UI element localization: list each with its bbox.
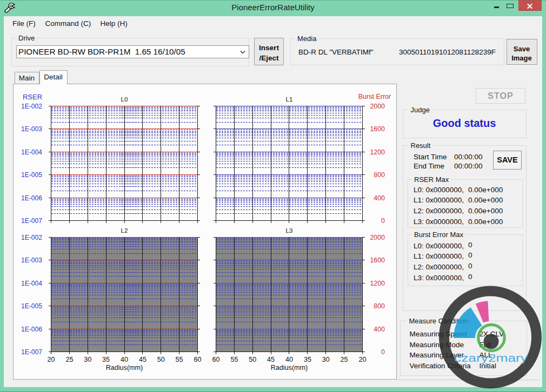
svg-text:1E-007: 1E-007 (21, 217, 42, 225)
svg-text:1E-004: 1E-004 (21, 280, 42, 287)
svg-text:55: 55 (176, 356, 183, 363)
svg-text:Radius(mm): Radius(mm) (106, 364, 143, 371)
svg-text:35: 35 (102, 356, 110, 363)
svg-text:1E-002: 1E-002 (21, 234, 42, 241)
svg-text:20: 20 (358, 356, 366, 363)
svg-text:0: 0 (381, 217, 385, 225)
svg-text:Radius(mm): Radius(mm) (271, 364, 308, 371)
svg-text:L1: L1 (286, 96, 293, 103)
svg-text:45: 45 (267, 356, 275, 363)
svg-text:L0: L0 (121, 96, 128, 103)
svg-text:35: 35 (304, 356, 311, 363)
svg-text:800: 800 (374, 302, 385, 310)
svg-text:400: 400 (374, 326, 385, 333)
svg-text:2000: 2000 (370, 234, 385, 241)
svg-text:1E-004: 1E-004 (21, 148, 42, 156)
svg-text:30: 30 (84, 356, 91, 363)
svg-text:0: 0 (381, 348, 385, 356)
svg-text:60: 60 (212, 356, 219, 363)
svg-text:400: 400 (374, 194, 385, 202)
svg-text:RSER: RSER (23, 93, 42, 101)
svg-text:1600: 1600 (370, 125, 385, 133)
svg-text:czary2mary: czary2mary (454, 352, 528, 364)
svg-text:25: 25 (341, 356, 348, 363)
svg-text:50: 50 (249, 356, 256, 363)
svg-text:L3: L3 (286, 227, 293, 234)
svg-text:1E-007: 1E-007 (21, 348, 42, 356)
svg-text:Burst Error: Burst Error (358, 93, 391, 100)
svg-text:1E-002: 1E-002 (21, 103, 42, 110)
svg-text:1E-003: 1E-003 (21, 125, 42, 133)
svg-text:60: 60 (194, 356, 201, 363)
svg-text:45: 45 (139, 356, 147, 363)
svg-text:1E-003: 1E-003 (21, 256, 42, 264)
svg-text:1E-006: 1E-006 (21, 326, 42, 333)
svg-text:1E-005: 1E-005 (21, 171, 42, 179)
svg-text:L2: L2 (121, 227, 128, 234)
svg-text:800: 800 (374, 171, 385, 179)
svg-text:1200: 1200 (370, 148, 385, 156)
svg-text:40: 40 (121, 356, 128, 363)
svg-text:1200: 1200 (370, 280, 385, 287)
svg-text:40: 40 (285, 356, 293, 363)
svg-text:50: 50 (157, 356, 165, 363)
svg-text:25: 25 (65, 356, 73, 363)
svg-text:1E-005: 1E-005 (21, 302, 42, 310)
svg-text:2000: 2000 (370, 103, 385, 110)
svg-text:20: 20 (47, 356, 55, 363)
svg-text:55: 55 (230, 356, 238, 363)
svg-text:30: 30 (322, 356, 330, 363)
svg-text:1E-006: 1E-006 (21, 194, 42, 202)
svg-text:1600: 1600 (370, 256, 385, 264)
